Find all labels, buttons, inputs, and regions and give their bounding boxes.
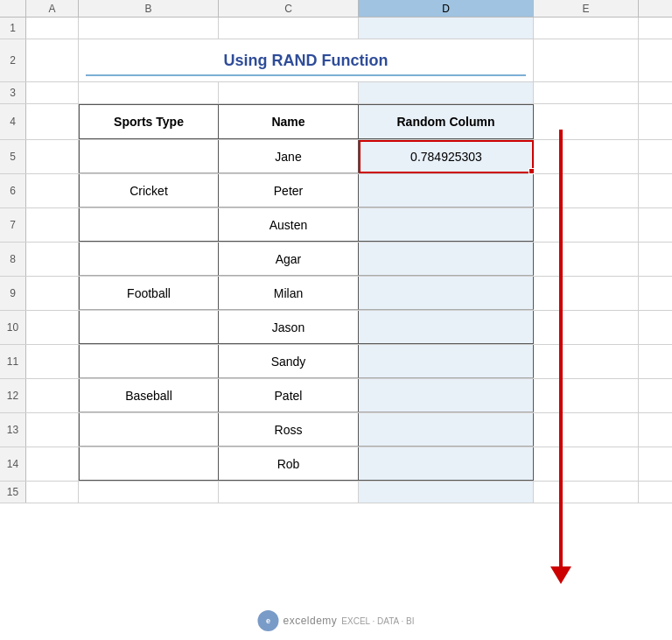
name-austen: Austen — [270, 218, 308, 232]
cell-c10[interactable]: Jason — [219, 311, 359, 344]
row-2: 2 Using RAND Function — [0, 39, 672, 82]
cell-b10[interactable] — [79, 311, 219, 344]
cell-a8[interactable] — [26, 243, 79, 276]
arrow-head — [550, 566, 571, 584]
cell-a3[interactable] — [26, 82, 79, 103]
cell-a11[interactable] — [26, 345, 79, 378]
cell-title-merged[interactable]: Using RAND Function — [79, 39, 534, 81]
cell-b14[interactable] — [79, 447, 219, 481]
cell-a10[interactable] — [26, 311, 79, 344]
cell-b5[interactable] — [79, 140, 219, 173]
cell-a14[interactable] — [26, 447, 79, 481]
cell-c14[interactable]: Rob — [219, 447, 359, 481]
cell-b3[interactable] — [79, 82, 219, 103]
cell-c3[interactable] — [219, 82, 359, 103]
row-num-4: 4 — [0, 104, 26, 139]
cell-c15[interactable] — [219, 482, 359, 503]
row-num-14: 14 — [0, 447, 26, 481]
cell-d10[interactable] — [359, 311, 534, 344]
cell-c12[interactable]: Patel — [219, 379, 359, 412]
cell-e2[interactable] — [534, 39, 639, 81]
watermark-logo-text: e — [266, 616, 270, 625]
cell-b9-football[interactable]: Football — [79, 277, 219, 310]
row-num-12: 12 — [0, 379, 26, 412]
cell-d5-selected[interactable]: 0.784925303 — [359, 140, 534, 173]
cell-a12[interactable] — [26, 379, 79, 412]
row-num-2: 2 — [0, 39, 26, 81]
cell-c11[interactable]: Sandy — [219, 345, 359, 378]
cell-a5[interactable] — [26, 140, 79, 173]
row-3: 3 — [0, 82, 672, 104]
row-num-6: 6 — [0, 174, 26, 207]
cell-d3[interactable] — [359, 82, 534, 103]
cell-b1[interactable] — [79, 18, 219, 39]
cell-c8[interactable]: Agar — [219, 243, 359, 276]
cell-c9[interactable]: Milan — [219, 277, 359, 310]
col-header-c[interactable]: C — [219, 0, 359, 17]
watermark-logo: e — [257, 610, 278, 631]
cell-c13[interactable]: Ross — [219, 413, 359, 447]
cell-d7[interactable] — [359, 208, 534, 242]
cell-a7[interactable] — [26, 208, 79, 242]
name-milan: Milan — [274, 286, 303, 300]
name-agar: Agar — [276, 252, 302, 266]
cell-a1[interactable] — [26, 18, 79, 39]
cell-b4-header[interactable]: Sports Type — [79, 104, 219, 139]
watermark-subtitle: EXCEL · DATA · BI — [341, 616, 414, 626]
title-underline — [86, 74, 526, 76]
cell-a13[interactable] — [26, 413, 79, 447]
sport-football: Football — [127, 286, 171, 300]
spreadsheet-title: Using RAND Function — [82, 52, 529, 70]
cell-d15[interactable] — [359, 482, 534, 503]
cell-d1[interactable] — [359, 18, 534, 39]
cell-a2[interactable] — [26, 39, 79, 81]
cell-d9[interactable] — [359, 277, 534, 310]
cell-d4-header[interactable]: Random Column — [359, 104, 534, 139]
cell-b11[interactable] — [79, 345, 219, 378]
cell-d11[interactable] — [359, 345, 534, 378]
col-header-e[interactable]: E — [534, 0, 639, 17]
col-header-d[interactable]: D — [359, 0, 534, 17]
cell-c5[interactable]: Jane — [219, 140, 359, 173]
cell-b8[interactable] — [79, 243, 219, 276]
col-header-a[interactable]: A — [26, 0, 79, 17]
cell-c6[interactable]: Peter — [219, 174, 359, 207]
watermark: e exceldemy EXCEL · DATA · BI — [257, 610, 414, 631]
column-headers: A B C D E — [0, 0, 672, 18]
random-column-header: Random Column — [397, 115, 495, 129]
name-jason: Jason — [272, 320, 304, 334]
cell-d8[interactable] — [359, 243, 534, 276]
watermark-text: exceldemy — [283, 615, 337, 627]
row-num-3: 3 — [0, 82, 26, 103]
cell-d13[interactable] — [359, 413, 534, 447]
row-num-7: 7 — [0, 208, 26, 242]
cell-b6-cricket[interactable]: Cricket — [79, 174, 219, 207]
row-1: 1 — [0, 18, 672, 39]
cell-a15[interactable] — [26, 482, 79, 503]
row-num-5: 5 — [0, 140, 26, 173]
cell-a4[interactable] — [26, 104, 79, 139]
cell-e1[interactable] — [534, 18, 639, 39]
cell-b15[interactable] — [79, 482, 219, 503]
cell-d6[interactable] — [359, 174, 534, 207]
cell-d14[interactable] — [359, 447, 534, 481]
name-rob: Rob — [277, 457, 300, 471]
cell-c7[interactable]: Austen — [219, 208, 359, 242]
col-header-b[interactable]: B — [79, 0, 219, 17]
row-num-10: 10 — [0, 311, 26, 344]
cell-b12-baseball[interactable]: Baseball — [79, 379, 219, 412]
name-header: Name — [271, 115, 304, 129]
cell-c4-header[interactable]: Name — [219, 104, 359, 139]
red-arrow-container — [548, 130, 574, 584]
cell-a9[interactable] — [26, 277, 79, 310]
cell-e3[interactable] — [534, 82, 639, 103]
cell-b7[interactable] — [79, 208, 219, 242]
name-patel: Patel — [275, 389, 303, 403]
cell-c1[interactable] — [219, 18, 359, 39]
cell-d12[interactable] — [359, 379, 534, 412]
name-jane: Jane — [275, 150, 301, 164]
row-num-15: 15 — [0, 482, 26, 503]
cell-a6[interactable] — [26, 174, 79, 207]
row-num-8: 8 — [0, 243, 26, 276]
cell-b13[interactable] — [79, 413, 219, 447]
